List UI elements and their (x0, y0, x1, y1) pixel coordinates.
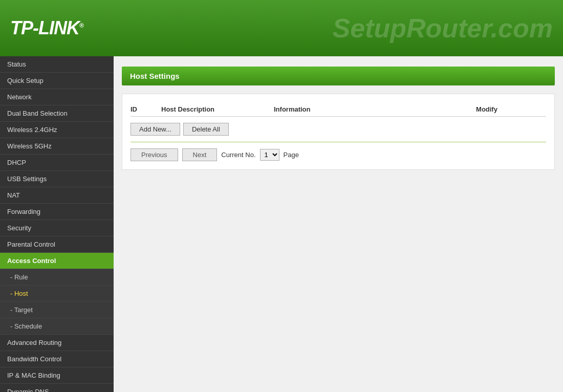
logo-dot: ® (79, 22, 83, 29)
sidebar-item-nat[interactable]: NAT (0, 187, 114, 204)
sidebar-item-security[interactable]: Security (0, 220, 114, 236)
main-layout: StatusQuick SetupNetworkDual Band Select… (0, 56, 563, 392)
col-header-desc: Host Description (161, 105, 274, 113)
section-header: Host Settings (122, 67, 555, 85)
next-button[interactable]: Next (182, 148, 218, 161)
sidebar-item-access-control[interactable]: Access Control (0, 253, 114, 269)
logo-text: TP-LINK (10, 17, 79, 38)
section-title: Host Settings (130, 72, 180, 80)
sidebar-item-status[interactable]: Status (0, 56, 114, 73)
table-area: ID Host Description Information Modify A… (122, 94, 555, 170)
col-header-modify: Modify (427, 105, 546, 113)
table-header: ID Host Description Information Modify (131, 102, 546, 117)
sidebar-item-forwarding[interactable]: Forwarding (0, 204, 114, 220)
sidebar-item-usb-settings[interactable]: USB Settings (0, 171, 114, 187)
sidebar-item-network[interactable]: Network (0, 89, 114, 105)
page-select[interactable]: 1 (260, 149, 279, 161)
sidebar: StatusQuick SetupNetworkDual Band Select… (0, 56, 114, 392)
table-buttons: Add New... Delete All (131, 123, 546, 136)
sidebar-item-bandwidth-control[interactable]: Bandwidth Control (0, 351, 114, 367)
col-header-id: ID (131, 105, 161, 113)
current-label: Current No. (221, 151, 255, 159)
sidebar-item-dynamic-dns[interactable]: Dynamic DNS (0, 384, 114, 392)
header: TP-LINK® SetupRouter.com (0, 0, 563, 56)
delete-all-button[interactable]: Delete All (183, 123, 229, 136)
sidebar-item-parental-control[interactable]: Parental Control (0, 236, 114, 253)
previous-button[interactable]: Previous (131, 148, 178, 161)
content-area: Host Settings ID Host Description Inform… (114, 56, 563, 392)
sidebar-item-rule[interactable]: - Rule (0, 269, 114, 286)
sidebar-item-ip-mac-binding[interactable]: IP & MAC Binding (0, 367, 114, 384)
table-divider (131, 142, 546, 142)
watermark: SetupRouter.com (333, 13, 553, 43)
sidebar-item-wireless-5[interactable]: Wireless 5GHz (0, 138, 114, 155)
sidebar-item-advanced-routing[interactable]: Advanced Routing (0, 335, 114, 351)
sidebar-item-quick-setup[interactable]: Quick Setup (0, 73, 114, 89)
col-header-info: Information (274, 105, 427, 113)
sidebar-item-schedule[interactable]: - Schedule (0, 318, 114, 335)
sidebar-item-dhcp[interactable]: DHCP (0, 155, 114, 171)
sidebar-item-host[interactable]: - Host (0, 286, 114, 302)
pagination: Previous Next Current No. 1 Page (131, 148, 546, 161)
sidebar-item-wireless-24[interactable]: Wireless 2.4GHz (0, 122, 114, 138)
add-new-button[interactable]: Add New... (131, 123, 180, 136)
sidebar-item-target[interactable]: - Target (0, 302, 114, 318)
sidebar-item-dual-band[interactable]: Dual Band Selection (0, 105, 114, 122)
logo: TP-LINK® (10, 17, 83, 39)
page-label: Page (284, 151, 299, 159)
